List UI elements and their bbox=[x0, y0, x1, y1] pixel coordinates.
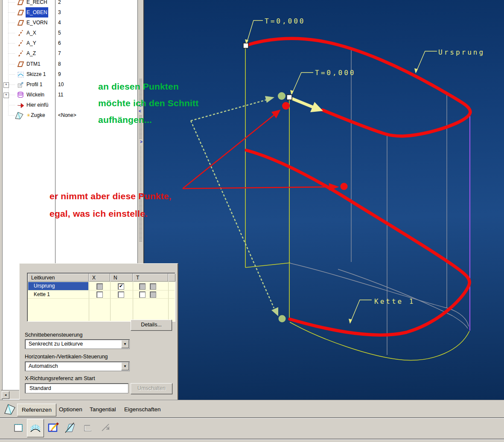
origin-curve bbox=[247, 38, 470, 136]
viewport-3d[interactable]: T=0,000 T=0,000 Ursprung Kette 1 bbox=[144, 0, 504, 400]
checkbox-t1-kette1[interactable] bbox=[139, 291, 146, 298]
swept-section-button[interactable] bbox=[27, 419, 44, 437]
feature-dashboard: Referenzen Optionen Tangential Eigenscha… bbox=[0, 400, 504, 442]
tree-item-label[interactable]: Profil 1 bbox=[26, 79, 42, 90]
datum-axis-icon bbox=[17, 29, 25, 37]
green-annotation-arrows bbox=[191, 96, 278, 316]
datum-plane-icon bbox=[17, 0, 25, 6]
tree-item-label[interactable]: A_Y bbox=[26, 38, 36, 48]
column-header-n[interactable]: N bbox=[110, 273, 133, 282]
expand-icon[interactable]: + bbox=[3, 93, 9, 98]
table-row-ursprung[interactable]: Ursprung bbox=[28, 282, 88, 290]
tree-item-a-z[interactable]: A_Z 7 bbox=[3, 48, 137, 58]
sketch-lines[interactable] bbox=[245, 46, 469, 360]
viewport-canvas[interactable]: T=0,000 T=0,000 Ursprung Kette 1 bbox=[144, 0, 504, 400]
tree-item-dtm1[interactable]: DTM1 8 bbox=[3, 59, 137, 69]
checkbox-n-kette1[interactable] bbox=[118, 291, 124, 298]
checkbox-x-ursprung[interactable] bbox=[96, 283, 103, 290]
desired-point-top[interactable] bbox=[278, 92, 286, 100]
datum-axis-icon bbox=[17, 49, 25, 58]
details-button[interactable]: Details... bbox=[131, 320, 172, 331]
dropdown-arrow-icon[interactable]: ▼ bbox=[121, 362, 129, 370]
tree-item-number: 5 bbox=[58, 28, 61, 38]
leader-arrowheads bbox=[245, 39, 418, 324]
chevron-right-icon[interactable]: > bbox=[140, 140, 143, 144]
tab-tangential[interactable]: Tangential bbox=[86, 404, 119, 416]
tree-item-number: 9 bbox=[58, 69, 61, 79]
column-header-leitkurven[interactable]: Leitkurven bbox=[28, 273, 89, 282]
table-row-kette1[interactable]: Kette 1 bbox=[28, 291, 88, 299]
section-plane-control-select[interactable]: Senkrecht zu Leitkurve ▼ bbox=[25, 339, 130, 349]
column-header-t[interactable]: T bbox=[133, 273, 168, 282]
annotation-text-green: an diesen Punkten möchte ich den Schnitt… bbox=[98, 81, 198, 131]
chain-curve-label[interactable]: Kette 1 bbox=[374, 297, 415, 305]
tree-item-e-oben[interactable]: E_OBEN 3 bbox=[3, 7, 137, 17]
tree-item-label[interactable]: Hier einfü bbox=[26, 100, 48, 110]
leitkurven-table[interactable]: Leitkurven X N T Ursprung Kette 1 bbox=[27, 273, 175, 322]
tree-item-skizze1[interactable]: Skizze 1 9 bbox=[3, 69, 137, 79]
t-value-label-origin[interactable]: T=0,000 bbox=[265, 17, 305, 25]
insert-here-arrow-icon bbox=[17, 101, 25, 109]
column-header-x[interactable]: X bbox=[89, 273, 110, 282]
sketch-icon bbox=[17, 70, 25, 79]
sweep-feature-icon bbox=[15, 110, 25, 120]
section-plane-control-label: Schnittebenensteuerung bbox=[25, 332, 83, 338]
tree-item-label[interactable]: Wickeln bbox=[26, 90, 44, 100]
tree-item-number: 6 bbox=[58, 38, 61, 48]
hv-control-label: Horizontalen-/Vertikalen-Steuerung bbox=[25, 354, 108, 360]
actual-point-right[interactable] bbox=[341, 183, 348, 190]
tab-optionen[interactable]: Optionen bbox=[55, 404, 86, 416]
tree-item-label[interactable]: Skizze 1 bbox=[26, 69, 46, 79]
origin-curve-label[interactable]: Ursprung bbox=[438, 48, 485, 56]
tree-item-a-x[interactable]: A_X 5 bbox=[3, 28, 137, 38]
tab-eigenschaften[interactable]: Eigenschaften bbox=[121, 404, 164, 416]
wrap-feature-icon bbox=[17, 91, 25, 99]
umschalten-button[interactable]: Umschalten bbox=[131, 383, 172, 394]
tree-item-label[interactable]: ✳Zugke bbox=[26, 110, 45, 120]
tree-item-label[interactable]: A_Z bbox=[26, 48, 36, 58]
tree-item-label[interactable]: DTM1 bbox=[26, 59, 41, 69]
expand-icon[interactable]: + bbox=[3, 82, 9, 88]
tree-item-number: 8 bbox=[58, 59, 61, 69]
curve-points[interactable] bbox=[243, 43, 348, 323]
checkbox-n-ursprung[interactable] bbox=[118, 283, 124, 290]
checkbox-t2-kette1[interactable] bbox=[150, 291, 156, 298]
tree-item-e-vorn[interactable]: E_VORN 4 bbox=[3, 17, 137, 28]
column-header-spacer bbox=[168, 273, 175, 282]
tree-item-a-y[interactable]: A_Y 6 bbox=[3, 38, 137, 48]
xdir-reference-field[interactable]: Standard bbox=[25, 383, 128, 393]
drag-handle-point[interactable] bbox=[287, 95, 292, 100]
corner-option-button-disabled[interactable] bbox=[80, 420, 96, 436]
checkbox-t1-ursprung[interactable] bbox=[139, 283, 146, 290]
checkbox-x-kette1[interactable] bbox=[96, 291, 103, 298]
checkbox-t2-ursprung[interactable] bbox=[150, 283, 156, 290]
annotation-text-red: er nimmt aber diese Punkte, egal, was ic… bbox=[50, 191, 172, 226]
drag-handle-origin[interactable] bbox=[243, 43, 248, 48]
app-window: E_RECH 2 E_OBEN 3 E_VORN 4 A_X 5 A_Y 6 bbox=[0, 0, 504, 442]
t-value-label-point[interactable]: T=0,000 bbox=[315, 69, 355, 77]
hv-control-select[interactable]: Automatisch ▼ bbox=[25, 361, 130, 371]
scroll-left-button[interactable]: ◄ bbox=[2, 391, 9, 399]
datum-plane-icon bbox=[17, 9, 25, 17]
datum-axis-icon bbox=[17, 39, 25, 47]
highlighted-curves[interactable] bbox=[246, 38, 470, 335]
actual-point-top[interactable] bbox=[282, 102, 290, 110]
references-panel: Leitkurven X N T Ursprung Kette 1 Detail… bbox=[19, 263, 178, 400]
datum-plane-icon bbox=[17, 60, 25, 68]
tree-item-label-selected[interactable]: E_OBEN bbox=[26, 7, 48, 17]
section-plane-icon bbox=[63, 421, 77, 435]
direction-arrow-button-disabled[interactable] bbox=[98, 420, 114, 436]
tree-item-label[interactable]: A_X bbox=[26, 28, 36, 38]
sketch-edit-button[interactable] bbox=[46, 420, 61, 436]
flat-section-icon bbox=[12, 422, 25, 434]
tree-item-label[interactable]: E_RECH bbox=[26, 0, 47, 7]
flat-section-button[interactable] bbox=[11, 420, 26, 436]
tree-item-label[interactable]: E_VORN bbox=[26, 17, 47, 28]
tree-item-e-rech[interactable]: E_RECH 2 bbox=[3, 0, 137, 7]
tab-referenzen[interactable]: Referenzen bbox=[17, 404, 56, 416]
profile-feature-icon bbox=[17, 81, 25, 89]
desired-point-bottom[interactable] bbox=[279, 315, 286, 323]
tree-hscrollbar[interactable]: ◄ bbox=[1, 390, 20, 399]
section-plane-button[interactable] bbox=[62, 420, 78, 436]
dropdown-arrow-icon[interactable]: ▼ bbox=[121, 340, 129, 348]
